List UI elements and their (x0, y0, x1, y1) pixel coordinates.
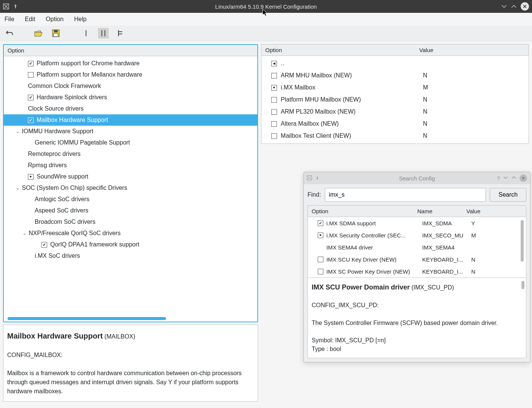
search-min-icon[interactable] (503, 175, 508, 182)
list-item[interactable]: .. (261, 57, 529, 69)
chevron-down-icon[interactable]: ⌄ (21, 231, 28, 236)
tree-row[interactable]: Remoteproc drivers (4, 148, 257, 160)
checkbox-empty-icon[interactable] (271, 133, 277, 139)
search-help-icon[interactable]: ? (497, 175, 500, 182)
search-pin-icon[interactable] (315, 175, 320, 182)
tree-row[interactable]: Broadcom SoC drivers (4, 216, 257, 228)
search-row-option: i.MX Security Controller (SEC... (326, 232, 422, 239)
checkbox-checked-icon[interactable] (42, 242, 47, 248)
checkbox-empty-icon[interactable] (318, 269, 323, 274)
search-scrollbar[interactable] (521, 220, 524, 262)
tree-row-label: Broadcom SoC drivers (35, 219, 95, 225)
search-button[interactable]: Search (490, 188, 526, 202)
search-row[interactable]: IMX SEMA4 driverIMX_SEMA4 (308, 241, 526, 253)
svg-rect-5 (54, 34, 58, 37)
search-max-icon[interactable] (511, 175, 517, 182)
menu-option[interactable]: Option (46, 16, 63, 23)
list-item[interactable]: ARM MHU Mailbox (NEW)N (261, 69, 529, 82)
search-row-name: IMX_SECO_MU (422, 232, 471, 239)
tree-row-label: Rpmsg drivers (28, 162, 67, 169)
search-info-scrollbar[interactable] (521, 281, 524, 289)
list-item-value: N (423, 132, 529, 139)
tree-row[interactable]: ⌄IOMMU Hardware Support (4, 126, 257, 137)
chevron-down-icon[interactable]: ⌄ (14, 185, 21, 191)
minimize-icon[interactable] (501, 3, 507, 9)
checkbox-dot-icon[interactable] (318, 232, 323, 238)
tree-row[interactable]: QorIQ DPAA1 framework support (4, 239, 257, 250)
tree-row[interactable]: Clock Source drivers (4, 103, 257, 114)
window-titlebar: Linux/arm64 5.10.9 Kernel Configuration … (0, 0, 532, 13)
save-icon[interactable] (51, 28, 61, 38)
info-title: Mailbox Hardware Support (7, 332, 103, 340)
tree-row[interactable]: Generic IOMMU Pagetable Support (4, 137, 257, 148)
search-row[interactable]: IMX SCU Key Driver (NEW)KEYBOARD_I...N (308, 253, 526, 265)
list-item-value: N (423, 108, 529, 115)
maximize-icon[interactable] (511, 3, 517, 9)
chevron-down-icon[interactable]: ⌄ (14, 129, 21, 134)
checkbox-dot-icon[interactable] (28, 174, 34, 180)
menu-edit[interactable]: Edit (25, 16, 35, 23)
list-item-label: Platform MHU Mailbox (NEW) (281, 96, 423, 103)
close-icon[interactable]: ✕ (521, 2, 529, 11)
checkbox-checked-icon[interactable] (318, 220, 323, 226)
search-input[interactable] (325, 188, 486, 202)
search-header-name: Name (417, 208, 466, 214)
single-view-icon[interactable] (81, 28, 91, 38)
tree-row[interactable]: ⌄SOC (System On Chip) specific Drivers (4, 182, 257, 194)
open-icon[interactable] (33, 28, 44, 38)
search-row-value: M (471, 232, 526, 239)
menu-help[interactable]: Help (74, 16, 87, 23)
checkbox-empty-icon[interactable] (271, 109, 277, 115)
tree-row[interactable]: Amlogic SoC drivers (4, 194, 257, 205)
search-row-name: IMX_SDMA (422, 220, 471, 226)
back-icon[interactable] (271, 61, 277, 66)
search-row[interactable]: IMX SC Power Key Driver (NEW)KEYBOARD_I.… (308, 265, 526, 277)
left-tree-panel[interactable]: Option Platform support for Chrome hardw… (3, 44, 258, 322)
list-item[interactable]: ARM PL320 Mailbox (NEW)N (261, 106, 529, 118)
checkbox-checked-icon[interactable] (28, 61, 34, 66)
checkbox-empty-icon[interactable] (271, 121, 277, 127)
tree-row-label: Generic IOMMU Pagetable Support (35, 139, 130, 146)
search-row-name: IMX_SEMA4 (422, 244, 471, 251)
tree-view-icon[interactable] (115, 28, 126, 38)
tree-row[interactable]: Hardware Spinlock drivers (4, 92, 257, 103)
list-item-value: M (423, 84, 529, 91)
menu-file[interactable]: File (5, 16, 14, 23)
tree-row[interactable]: ⌄NXP/Freescale QorIQ SoC drivers (4, 228, 257, 239)
search-row[interactable]: i.MX SDMA supportIMX_SDMAY (308, 217, 526, 229)
tree-row-label: Hardware Spinlock drivers (37, 94, 107, 101)
search-row[interactable]: i.MX Security Controller (SEC...IMX_SECO… (308, 229, 526, 241)
list-item[interactable]: i.MX MailboxM (261, 82, 529, 94)
list-item-value: N (423, 96, 529, 103)
info-symbol: (MAILBOX) (105, 333, 135, 340)
checkbox-empty-icon[interactable] (318, 257, 323, 262)
undo-icon[interactable] (5, 28, 15, 38)
checkbox-empty-icon[interactable] (271, 97, 277, 103)
tree-row[interactable]: Platform support for Mellanox hardware (4, 69, 257, 80)
tree-row[interactable]: Aspeed SoC drivers (4, 205, 257, 216)
tree-row[interactable]: Rpmsg drivers (4, 160, 257, 171)
list-item[interactable]: Mailbox Test Client (NEW)N (261, 130, 529, 142)
list-item-label: Mailbox Test Client (NEW) (281, 132, 423, 139)
tree-row-label: IOMMU Hardware Support (22, 128, 93, 135)
list-item-label: Altera Mailbox (NEW) (281, 120, 423, 127)
pin-icon[interactable] (13, 4, 18, 9)
tree-row[interactable]: i.MX SoC drivers (4, 250, 257, 262)
split-view-icon[interactable] (98, 28, 109, 38)
checkbox-dot-icon[interactable] (271, 85, 277, 91)
right-list-panel[interactable]: Option Value ..ARM MHU Mailbox (NEW)Ni.M… (261, 44, 529, 144)
tree-row[interactable]: Mailbox Hardware Support (4, 114, 257, 126)
checkbox-empty-icon[interactable] (271, 73, 277, 79)
tree-row[interactable]: SoundWire support (4, 171, 257, 182)
checkbox-checked-icon[interactable] (28, 117, 34, 123)
tree-row[interactable]: Platform support for Chrome hardware (4, 58, 257, 69)
search-close-icon[interactable]: ✕ (520, 174, 527, 182)
list-item[interactable]: Platform MHU Mailbox (NEW)N (261, 94, 529, 106)
search-results[interactable]: Option Name Value i.MX SDMA supportIMX_S… (308, 205, 526, 278)
tree-row-label: SoundWire support (37, 173, 88, 180)
checkbox-checked-icon[interactable] (28, 95, 34, 100)
checkbox-empty-icon[interactable] (28, 72, 34, 78)
hscroll-thumb[interactable] (8, 317, 166, 320)
tree-row[interactable]: Common Clock Framework (4, 80, 257, 92)
list-item[interactable]: Altera Mailbox (NEW)N (261, 118, 529, 130)
